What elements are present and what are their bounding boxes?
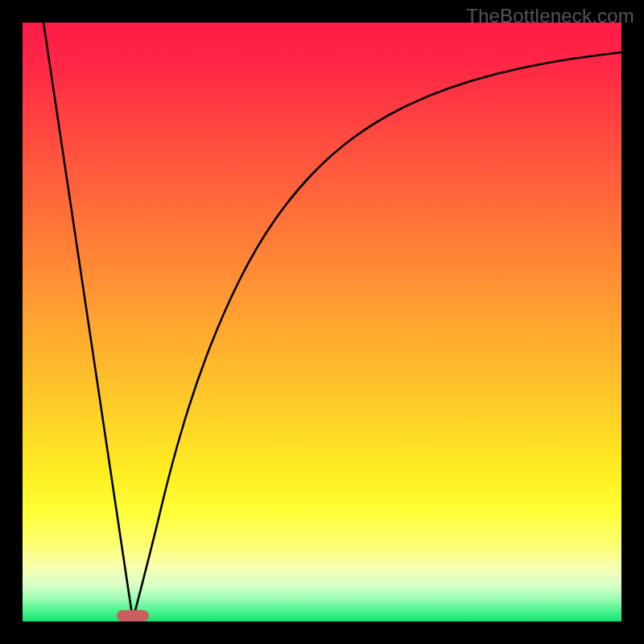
curve-right-branch: [133, 52, 621, 620]
watermark-text: TheBottleneck.com: [466, 5, 634, 27]
chart-stage: TheBottleneck.com: [0, 0, 644, 644]
curve-left-branch: [43, 23, 133, 620]
optimum-marker-pill: [117, 610, 149, 621]
plot-area: [23, 23, 621, 621]
bottleneck-curve: [23, 23, 621, 621]
